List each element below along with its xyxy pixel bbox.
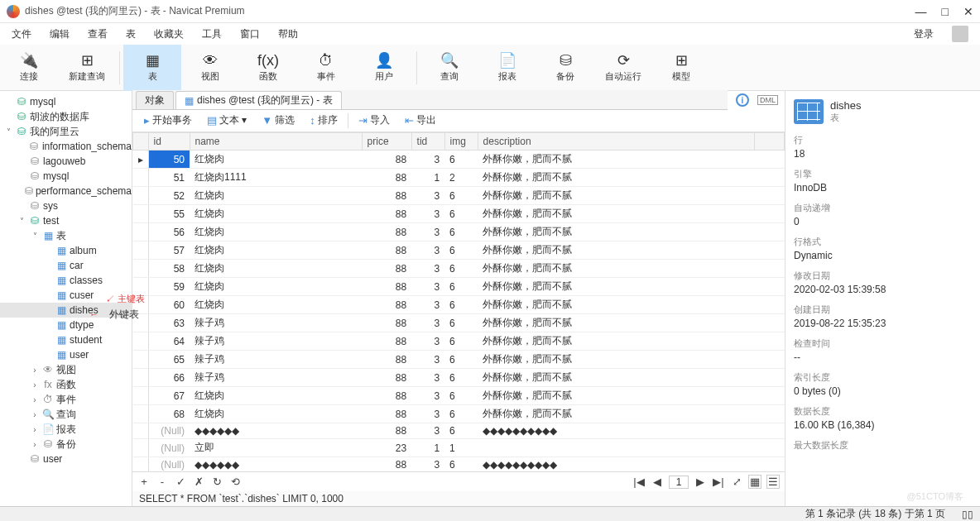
cell-desc[interactable]: 外酥你嫩，肥而不腻 xyxy=(478,314,754,332)
cell-id[interactable]: 63 xyxy=(148,314,190,332)
cell-tid[interactable]: 3 xyxy=(411,351,444,369)
cell-price[interactable]: 88 xyxy=(362,278,411,296)
cell-tid[interactable]: 3 xyxy=(411,241,444,260)
tree-sys[interactable]: ⛁sys xyxy=(0,198,132,213)
cell-img[interactable]: 6 xyxy=(444,296,478,314)
tree-performance_schema[interactable]: ⛁performance_schema xyxy=(0,184,132,198)
toolbar-报表[interactable]: 📄报表 xyxy=(478,45,536,91)
cell-name[interactable]: ◆◆◆◆◆◆ xyxy=(190,423,362,439)
tab-对象[interactable]: 对象 xyxy=(136,91,174,109)
table-row[interactable]: 59红烧肉8836外酥你嫩，肥而不腻 xyxy=(133,278,785,296)
sub-开始事务[interactable]: ▸开始事务 xyxy=(139,112,197,129)
cell-desc[interactable]: 外酥你嫩，肥而不腻 xyxy=(478,169,754,187)
tree-user[interactable]: ▦user xyxy=(0,347,132,362)
avatar-icon[interactable] xyxy=(952,26,968,42)
cell-price[interactable]: 88 xyxy=(362,369,411,387)
col-name[interactable]: name xyxy=(190,133,362,151)
cell-img[interactable]: 6 xyxy=(444,314,478,332)
table-row[interactable]: 58红烧肉8836外酥你嫩，肥而不腻 xyxy=(133,260,785,278)
sub-导出[interactable]: ⇤导出 xyxy=(400,112,441,129)
twisty-icon[interactable]: › xyxy=(30,395,40,404)
cell-img[interactable]: 6 xyxy=(444,187,478,205)
cell-price[interactable]: 88 xyxy=(362,351,411,369)
cell-name[interactable]: 辣子鸡 xyxy=(190,369,362,387)
cell-id[interactable]: 52 xyxy=(148,187,190,205)
twisty-icon[interactable]: › xyxy=(30,410,40,419)
close-button[interactable]: ✕ xyxy=(963,5,973,18)
nav-3[interactable]: ▶ xyxy=(694,476,707,488)
tree-函数[interactable]: ›fx函数 xyxy=(0,377,132,392)
tree-mysql[interactable]: ⛁mysql xyxy=(0,169,132,184)
foot-↻[interactable]: ↻ xyxy=(210,476,223,488)
toolbar-新建查询[interactable]: ⊞新建查询 xyxy=(58,45,116,91)
twisty-icon[interactable]: › xyxy=(30,380,40,390)
cell-img[interactable]: 6 xyxy=(444,423,478,439)
sub-排序[interactable]: ↕排序 xyxy=(305,112,343,129)
cell-price[interactable]: 88 xyxy=(362,151,411,169)
cell-id[interactable]: 51 xyxy=(148,169,190,187)
twisty-icon[interactable]: › xyxy=(30,440,40,449)
col-description[interactable]: description xyxy=(478,133,754,151)
cell-price[interactable]: 88 xyxy=(362,260,411,278)
cell-img[interactable]: 6 xyxy=(444,457,478,472)
table-row[interactable]: (Null)◆◆◆◆◆◆8836◆◆◆◆◆◆◆◆◆◆ xyxy=(133,457,785,472)
cell-id[interactable]: 67 xyxy=(148,387,190,405)
cell-price[interactable]: 88 xyxy=(362,296,411,314)
cell-tid[interactable]: 3 xyxy=(411,223,444,241)
toolbar-自动运行[interactable]: ⟳自动运行 xyxy=(594,45,652,91)
cell-tid[interactable]: 3 xyxy=(411,405,444,423)
cell-price[interactable]: 88 xyxy=(362,423,411,439)
cell-tid[interactable]: 3 xyxy=(411,278,444,296)
cell-img[interactable]: 6 xyxy=(444,278,478,296)
cell-img[interactable]: 6 xyxy=(444,332,478,351)
cell-tid[interactable]: 1 xyxy=(411,439,444,457)
cell-tid[interactable]: 1 xyxy=(411,169,444,187)
cell-tid[interactable]: 3 xyxy=(411,205,444,223)
tree-视图[interactable]: ›👁视图 xyxy=(0,362,132,377)
dml-icon[interactable]: DML xyxy=(757,95,778,105)
nav-1[interactable]: ◀ xyxy=(651,476,664,488)
tree-lagouweb[interactable]: ⛁lagouweb xyxy=(0,154,132,169)
toolbar-表[interactable]: ▦表 xyxy=(123,45,181,91)
menu-tools[interactable]: 工具 xyxy=(202,27,222,41)
cell-tid[interactable]: 3 xyxy=(411,187,444,205)
menu-window[interactable]: 窗口 xyxy=(240,27,260,41)
nav-0[interactable]: |◀ xyxy=(632,476,646,488)
tree-test[interactable]: ˅⛁test xyxy=(0,213,132,228)
table-row[interactable]: 57红烧肉8836外酥你嫩，肥而不腻 xyxy=(133,241,785,260)
twisty-icon[interactable]: ˅ xyxy=(3,127,13,136)
cell-id[interactable]: 65 xyxy=(148,351,190,369)
table-row[interactable]: 63辣子鸡8836外酥你嫩，肥而不腻 xyxy=(133,314,785,332)
tree-mysql[interactable]: ⛁mysql xyxy=(0,94,132,109)
cell-name[interactable]: 红烧肉 xyxy=(190,223,362,241)
cell-id[interactable]: 66 xyxy=(148,369,190,387)
tree-表[interactable]: ˅▦表 xyxy=(0,228,132,243)
tree-album[interactable]: ▦album xyxy=(0,243,132,258)
cell-name[interactable]: 红烧肉 xyxy=(190,241,362,260)
cell-desc[interactable]: 外酥你嫩，肥而不腻 xyxy=(478,332,754,351)
cell-desc[interactable]: 外酥你嫩，肥而不腻 xyxy=(478,351,754,369)
cell-img[interactable]: 6 xyxy=(444,260,478,278)
cell-name[interactable]: 红烧肉1111 xyxy=(190,169,362,187)
nav-4[interactable]: ▶| xyxy=(712,476,725,488)
cell-id[interactable]: 64 xyxy=(148,332,190,351)
table-row[interactable]: 55红烧肉8836外酥你嫩，肥而不腻 xyxy=(133,205,785,223)
foot-+[interactable]: + xyxy=(137,476,151,488)
cell-price[interactable]: 88 xyxy=(362,187,411,205)
cell-img[interactable]: 6 xyxy=(444,241,478,260)
cell-img[interactable]: 6 xyxy=(444,369,478,387)
tree-information_schema[interactable]: ⛁information_schema xyxy=(0,139,132,154)
table-row[interactable]: (Null)立即2311 xyxy=(133,439,785,457)
cell-desc[interactable]: 外酥你嫩，肥而不腻 xyxy=(478,405,754,423)
cell-price[interactable]: 88 xyxy=(362,457,411,472)
tree-user[interactable]: ⛁user xyxy=(0,452,132,466)
cell-desc[interactable]: 外酥你嫩，肥而不腻 xyxy=(478,260,754,278)
twisty-icon[interactable]: ˅ xyxy=(17,217,26,226)
toolbar-用户[interactable]: 👤用户 xyxy=(355,45,413,91)
tree-classes[interactable]: ▦classes xyxy=(0,273,132,288)
tab-dishes @test (我的阿里云) - 表[interactable]: ▦dishes @test (我的阿里云) - 表 xyxy=(175,91,342,109)
cell-desc[interactable] xyxy=(478,439,754,457)
twisty-icon[interactable]: › xyxy=(30,366,40,375)
table-row[interactable]: 65辣子鸡8836外酥你嫩，肥而不腻 xyxy=(133,351,785,369)
sub-筛选[interactable]: ▼筛选 xyxy=(257,112,300,129)
